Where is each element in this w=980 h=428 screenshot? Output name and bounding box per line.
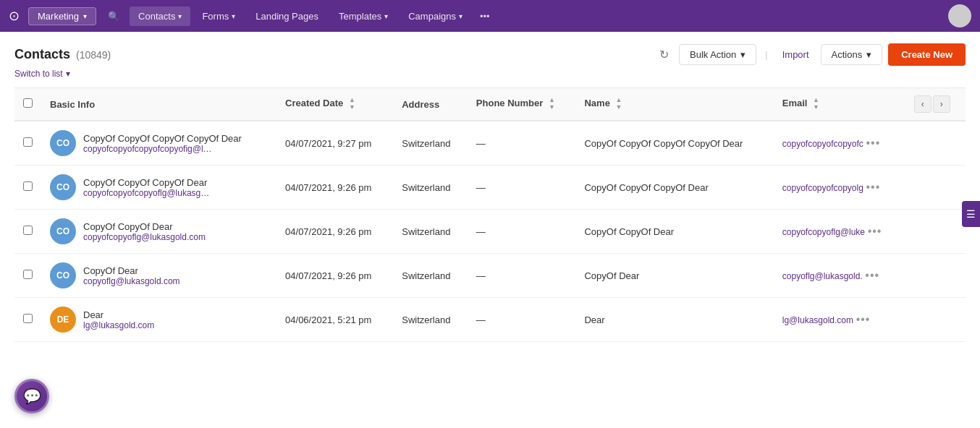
table-row: CO CopyOf Dear copyoflg@lukasgold.com 04…: [14, 254, 966, 298]
switch-chevron: ▾: [66, 69, 70, 79]
created-date-cell: 04/07/2021, 9:26 pm: [276, 166, 393, 210]
create-new-button[interactable]: Create New: [888, 43, 966, 66]
column-nav-right[interactable]: ›: [933, 95, 950, 113]
created-date-sort: ▲▼: [349, 97, 355, 111]
select-all-checkbox[interactable]: [23, 98, 33, 108]
row-options-button[interactable]: •••: [868, 225, 882, 238]
email-value[interactable]: copyofcopyofcopyofc: [782, 139, 863, 149]
contact-info: CO CopyOf CopyOf Dear copyofcopyoflg@luk…: [50, 218, 268, 244]
nav-landing-pages[interactable]: Landing Pages: [247, 7, 327, 26]
table-row: CO CopyOf CopyOf CopyOf Dear copyofcopyo…: [14, 166, 966, 210]
contact-email[interactable]: lg@lukasgold.com: [83, 320, 154, 330]
email-cell: copyofcopyofcopyolg •••: [774, 166, 905, 210]
row-checkbox-cell: [14, 166, 41, 210]
nav-campaigns[interactable]: Campaigns ▾: [400, 7, 471, 26]
column-nav: ‹ ›: [914, 95, 957, 113]
address-cell: Switzerland: [393, 121, 468, 166]
bulk-action-button[interactable]: Bulk Action ▾: [679, 44, 756, 65]
email-value[interactable]: copyofcopyoflg@luke: [782, 227, 865, 237]
email-header[interactable]: Email ▲▼: [774, 88, 905, 121]
top-navigation: ⊙ Marketing ▾ 🔍 Contacts ▾ Forms ▾ Landi…: [0, 0, 980, 32]
contact-name[interactable]: Dear: [83, 309, 154, 320]
refresh-button[interactable]: ↻: [655, 43, 673, 66]
basic-info-cell: CO CopyOf CopyOf Dear copyofcopyoflg@luk…: [41, 210, 276, 254]
nav-more[interactable]: •••: [474, 7, 496, 26]
email-value[interactable]: lg@lukasgold.com: [782, 315, 853, 325]
phone-number-header[interactable]: Phone Number ▲▼: [468, 88, 576, 121]
row-checkbox-3[interactable]: [23, 270, 33, 279]
contact-name[interactable]: CopyOf CopyOf Dear: [83, 221, 206, 232]
avatar: CO: [50, 130, 76, 156]
contact-info: CO CopyOf CopyOf CopyOf Dear copyofcopyo…: [50, 174, 268, 200]
created-date-cell: 04/06/2021, 5:21 pm: [276, 298, 393, 342]
row-options-button[interactable]: •••: [865, 269, 879, 282]
marketing-chevron: ▾: [83, 12, 87, 20]
name-cell: Dear: [575, 298, 773, 342]
row-checkbox-cell: [14, 121, 41, 166]
contact-name[interactable]: CopyOf CopyOf CopyOf CopyOf Dear: [83, 133, 242, 144]
actions-button[interactable]: Actions ▾: [821, 44, 883, 65]
contact-email[interactable]: copyofcopyofcopyoflg@lukasgold.com: [83, 188, 214, 198]
page-header: Contacts (10849) ↻ Bulk Action ▾ | Impor…: [14, 43, 966, 66]
row-action-cell: [905, 298, 966, 342]
email-cell: lg@lukasgold.com •••: [774, 298, 905, 342]
name-cell: CopyOf Dear: [575, 254, 773, 298]
column-nav-left[interactable]: ‹: [914, 95, 932, 113]
avatar: CO: [50, 262, 76, 288]
basic-info-cell: DE Dear lg@lukasgold.com: [41, 298, 276, 342]
email-cell: copyofcopyofcopyofc •••: [774, 121, 905, 166]
row-checkbox-0[interactable]: [23, 137, 33, 147]
phone-cell: —: [468, 166, 576, 210]
created-date-header[interactable]: Created Date ▲▼: [276, 88, 393, 121]
basic-info-cell: CO CopyOf CopyOf CopyOf CopyOf Dear copy…: [41, 121, 276, 166]
contact-email[interactable]: copyoflg@lukasgold.com: [83, 276, 180, 286]
contact-name[interactable]: CopyOf Dear: [83, 265, 180, 276]
page-title: Contacts: [14, 47, 70, 62]
forms-chevron: ▾: [232, 12, 235, 20]
name-cell: CopyOf CopyOf Dear: [575, 210, 773, 254]
name-sort: ▲▼: [616, 97, 622, 111]
chat-widget[interactable]: 💬: [14, 379, 49, 414]
email-value[interactable]: copyofcopyofcopyolg: [782, 183, 863, 193]
row-options-button[interactable]: •••: [866, 137, 880, 150]
row-options-button[interactable]: •••: [866, 181, 880, 194]
row-checkbox-cell: [14, 298, 41, 342]
phone-cell: —: [468, 254, 576, 298]
nav-templates[interactable]: Templates ▾: [330, 7, 397, 26]
basic-info-header: Basic Info: [41, 88, 276, 121]
search-button[interactable]: 🔍: [104, 7, 124, 26]
table-row: DE Dear lg@lukasgold.com 04/06/2021, 5:2…: [14, 298, 966, 342]
row-checkbox-2[interactable]: [23, 226, 33, 235]
phone-sort: ▲▼: [549, 97, 555, 111]
contact-info: CO CopyOf Dear copyoflg@lukasgold.com: [50, 262, 268, 288]
basic-info-cell: CO CopyOf CopyOf CopyOf Dear copyofcopyo…: [41, 166, 276, 210]
name-header[interactable]: Name ▲▼: [575, 88, 773, 121]
contacts-chevron: ▾: [178, 12, 182, 20]
contacts-page: Contacts (10849) ↻ Bulk Action ▾ | Impor…: [0, 32, 980, 428]
created-date-cell: 04/07/2021, 9:27 pm: [276, 121, 393, 166]
avatar: DE: [50, 307, 76, 333]
phone-cell: —: [468, 210, 576, 254]
app-logo: ⊙: [9, 8, 20, 24]
email-sort: ▲▼: [813, 97, 819, 111]
import-button[interactable]: Import: [777, 45, 815, 64]
contact-name[interactable]: CopyOf CopyOf CopyOf Dear: [83, 177, 214, 188]
nav-contacts[interactable]: Contacts ▾: [130, 7, 190, 26]
contact-email[interactable]: copyofcopyofcopyofcopyofig@lukasgold.com: [83, 144, 214, 154]
avatar: CO: [50, 218, 76, 244]
row-checkbox-1[interactable]: [23, 181, 33, 191]
email-cell: copyofcopyoflg@luke •••: [774, 210, 905, 254]
avatar: CO: [50, 174, 76, 200]
row-options-button[interactable]: •••: [856, 313, 871, 326]
email-value[interactable]: copyoflg@lukasgold.: [782, 271, 863, 281]
contact-email[interactable]: copyofcopyoflg@lukasgold.com: [83, 232, 206, 242]
basic-info-cell: CO CopyOf Dear copyoflg@lukasgold.com: [41, 254, 276, 298]
nav-arrows-header: ‹ ›: [905, 88, 966, 121]
row-checkbox-4[interactable]: [23, 314, 33, 323]
filter-button[interactable]: ☰: [962, 201, 980, 227]
switch-to-list[interactable]: Switch to list ▾: [14, 69, 966, 79]
marketing-dropdown[interactable]: Marketing ▾: [28, 7, 96, 25]
nav-forms[interactable]: Forms ▾: [193, 7, 244, 26]
user-avatar[interactable]: [948, 4, 971, 27]
table-row: CO CopyOf CopyOf Dear copyofcopyoflg@luk…: [14, 210, 966, 254]
